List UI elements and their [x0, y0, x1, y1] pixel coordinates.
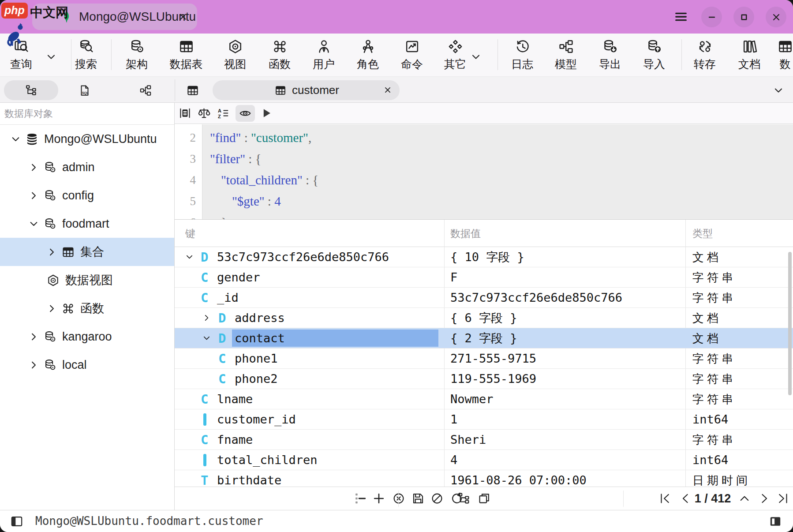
grid-row-fname[interactable]: CfnameSheri字符串: [175, 430, 793, 450]
toggle-sidebar-icon[interactable]: [10, 514, 24, 528]
key-cell[interactable]: Clname: [175, 389, 444, 409]
value-cell[interactable]: { 2 字段 }: [444, 328, 685, 348]
toolbar-others-chevron-icon[interactable]: [470, 51, 482, 64]
toolbar-item-functions[interactable]: 函数: [258, 38, 301, 71]
tab-list-chevron-icon[interactable]: [773, 85, 784, 96]
chevron-down-icon[interactable]: [202, 333, 211, 343]
tab-close-icon[interactable]: [178, 11, 188, 22]
window-menu-button[interactable]: [673, 9, 688, 24]
tree-view-button[interactable]: [457, 491, 471, 507]
query-toolbar-run-button[interactable]: [259, 106, 273, 122]
toolbar-item-logs[interactable]: 日志: [501, 38, 543, 71]
next-page-button[interactable]: [757, 491, 771, 507]
value-cell[interactable]: Sheri: [444, 430, 685, 450]
toolbar-query-chevron-icon[interactable]: [45, 51, 57, 64]
key-cell[interactable]: C_id: [175, 288, 444, 307]
chevron-right-icon[interactable]: [46, 247, 57, 258]
grid-column-header[interactable]: 数据值: [450, 227, 481, 240]
key-cell[interactable]: Tbirthdate: [175, 470, 444, 487]
grid-view-button[interactable]: [477, 491, 491, 507]
key-cell[interactable]: Dcontact: [175, 328, 444, 348]
value-cell[interactable]: { 6 字段 }: [444, 308, 685, 328]
grid-scrollbar-thumb[interactable]: [788, 252, 792, 395]
toolbar-item-models[interactable]: 模型: [545, 38, 587, 71]
grid-column-header[interactable]: 键: [185, 227, 195, 240]
value-cell[interactable]: 4: [444, 450, 685, 470]
toolbar-item-commands[interactable]: 命令: [391, 38, 433, 71]
toolbar-item-import[interactable]: 导入: [633, 38, 675, 71]
key-cell[interactable]: Cphone2: [175, 369, 444, 389]
grid-row-53c7c973ccf26e6de850c766[interactable]: D53c7c973ccf26e6de850c766{ 10 字段 }文档: [175, 247, 793, 267]
toolbar-item-data-gen[interactable]: 数: [764, 38, 793, 71]
value-cell[interactable]: 1961-08-26 07:00:00: [444, 470, 685, 487]
query-editor[interactable]: 23456 "find" : "customer","filter" : {"t…: [175, 124, 793, 219]
chevron-right-icon[interactable]: [202, 313, 211, 322]
key-cell[interactable]: Daddress: [175, 308, 444, 328]
chevron-down-icon[interactable]: [185, 252, 194, 262]
tab-close-icon[interactable]: [383, 85, 393, 95]
grid-row-phone2[interactable]: Cphone2119-555-1969字符串: [175, 369, 793, 389]
grid-row-birthdate[interactable]: Tbirthdate1961-08-26 07:00:00日期时间: [175, 470, 793, 487]
add-button[interactable]: [372, 491, 386, 507]
chevron-right-icon[interactable]: [28, 162, 39, 173]
chevron-right-icon[interactable]: [28, 331, 39, 342]
collapse-editor-button[interactable]: [737, 491, 752, 507]
chevron-right-icon[interactable]: [28, 360, 39, 371]
key-cell[interactable]: Cfname: [175, 430, 444, 450]
grid-row-_id[interactable]: C_id53c7c973ccf26e6de850c766字符串: [175, 288, 793, 308]
toolbar-item-views[interactable]: 视图: [214, 38, 256, 71]
value-cell[interactable]: F: [444, 267, 685, 287]
last-page-button[interactable]: [776, 491, 790, 507]
query-toolbar-preview-button[interactable]: [236, 105, 255, 122]
mode-button-model[interactable]: [132, 80, 159, 100]
sidebar-item-config[interactable]: config: [0, 181, 174, 210]
toolbar-item-schema[interactable]: 架构: [116, 38, 158, 71]
grid-row-phone1[interactable]: Cphone1271-555-9715字符串: [175, 348, 793, 369]
sidebar-item-数据视图[interactable]: 数据视图: [0, 266, 174, 294]
sidebar-item-函数[interactable]: 函数: [0, 294, 174, 322]
grid-row-gender[interactable]: CgenderF字符串: [175, 267, 793, 288]
key-cell[interactable]: customer_id: [175, 409, 444, 429]
sidebar-item-kangaroo[interactable]: kangaroo: [0, 322, 174, 351]
delete-button[interactable]: [392, 491, 406, 507]
key-cell[interactable]: D53c7c973ccf26e6de850c766: [175, 247, 444, 267]
grid-row-address[interactable]: Daddress{ 6 字段 }文档: [175, 308, 793, 328]
toolbar-item-tables[interactable]: 数据表: [165, 38, 207, 71]
query-toolbar-explain-button[interactable]: [178, 106, 192, 122]
value-cell[interactable]: 53c7c973ccf26e6de850c766: [444, 288, 685, 307]
key-cell[interactable]: total_children: [175, 450, 444, 470]
sidebar-item-foodmart[interactable]: foodmart: [0, 210, 174, 238]
value-cell[interactable]: 1: [444, 409, 685, 429]
value-cell[interactable]: 119-555-1969: [444, 369, 685, 389]
key-cell[interactable]: Cphone1: [175, 348, 444, 368]
value-cell[interactable]: Nowmer: [444, 389, 685, 409]
query-toolbar-sort-button[interactable]: AZ: [216, 106, 230, 122]
limit-button[interactable]: [353, 491, 367, 507]
mode-button-objects[interactable]: [4, 80, 58, 100]
grid-column-header[interactable]: 类型: [692, 227, 713, 240]
value-cell[interactable]: { 10 字段 }: [444, 247, 685, 267]
toolbar-item-users[interactable]: 用户: [303, 38, 345, 71]
key-cell[interactable]: Cgender: [175, 267, 444, 287]
chevron-down-icon[interactable]: [10, 134, 21, 145]
toolbar-item-dump[interactable]: 转存: [684, 38, 726, 71]
query-toolbar-aggregate-button[interactable]: [197, 106, 211, 122]
grid-row-total_children[interactable]: total_children4int64: [175, 450, 793, 470]
toolbar-item-roles[interactable]: 角色: [347, 38, 389, 71]
new-table-tab-button[interactable]: [179, 80, 206, 100]
mode-button-sql[interactable]: SQL: [71, 80, 98, 100]
maximize-button[interactable]: [733, 7, 754, 27]
minimize-button[interactable]: [701, 7, 722, 27]
sidebar-item-集合[interactable]: 集合: [0, 238, 174, 266]
chevron-down-icon[interactable]: [28, 218, 39, 229]
value-cell[interactable]: 271-555-9715: [444, 348, 685, 368]
sidebar-item-local[interactable]: local: [0, 351, 174, 379]
chevron-right-icon[interactable]: [46, 303, 57, 314]
sidebar-item-admin[interactable]: admin: [0, 153, 174, 181]
first-page-button[interactable]: [658, 491, 672, 507]
toggle-panel-icon[interactable]: [768, 514, 782, 528]
grid-row-contact[interactable]: Dcontact{ 2 字段 }文档: [175, 328, 793, 348]
sidebar-item-Mongo@WSLUbuntu[interactable]: Mongo@WSLUbuntu: [0, 125, 174, 153]
close-button[interactable]: [766, 7, 786, 27]
save-button[interactable]: [411, 491, 425, 507]
